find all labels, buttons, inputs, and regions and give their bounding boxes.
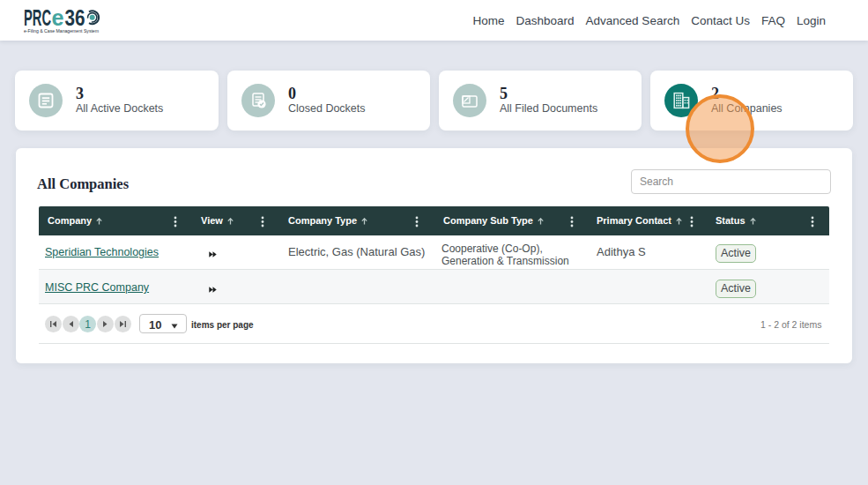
svg-text:e-Filing & Case Management Sys: e-Filing & Case Management System	[24, 27, 99, 34]
svg-text:e: e	[52, 5, 64, 30]
svg-text:36: 36	[65, 5, 85, 30]
svg-text:PRC: PRC	[24, 5, 51, 30]
